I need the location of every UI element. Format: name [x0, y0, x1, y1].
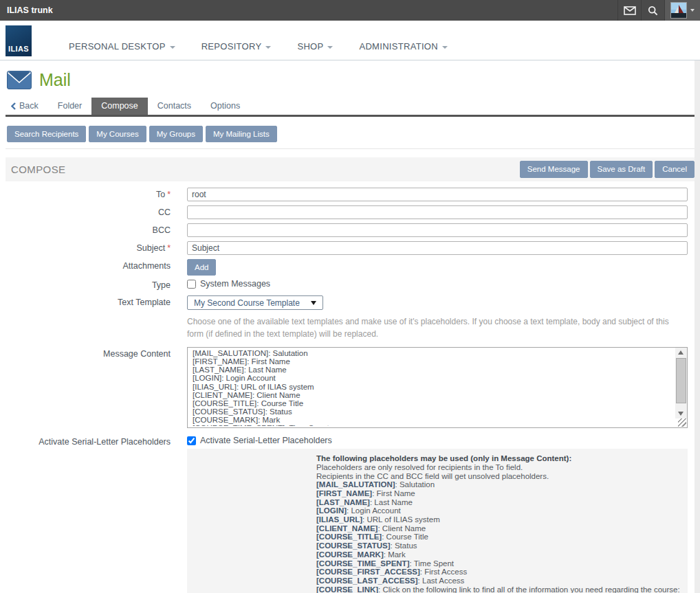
search-icon [648, 5, 658, 16]
chevron-down-icon [690, 9, 694, 12]
message-content-label: Message Content [6, 347, 171, 359]
nav-shop[interactable]: SHOP [297, 41, 333, 52]
text-template-selected-value: My Second Course Template [194, 298, 300, 308]
main-navigation: ILIAS PERSONAL DESKTOP REPOSITORY SHOP A… [0, 21, 700, 60]
tab-options[interactable]: Options [201, 98, 250, 115]
tab-back[interactable]: Back [11, 98, 48, 115]
placeholder-item: [COURSE_STATUS]: Status [316, 541, 681, 550]
my-mailing-lists-button[interactable]: My Mailing Lists [206, 126, 277, 142]
nav-administration[interactable]: ADMINISTRATION [359, 41, 447, 52]
my-groups-button[interactable]: My Groups [149, 126, 203, 142]
bcc-input[interactable] [187, 223, 688, 237]
mail-shortcut-button[interactable] [617, 0, 641, 21]
page-title: Mail [39, 70, 71, 90]
topbar: ILIAS trunk [0, 0, 700, 21]
scroll-down-icon[interactable] [678, 412, 683, 416]
to-input[interactable] [187, 188, 688, 201]
save-as-draft-button[interactable]: Save as Draft [590, 161, 653, 177]
ilias-logo[interactable]: ILIAS [6, 25, 32, 56]
text-template-select[interactable]: My Second Course Template [187, 295, 323, 310]
type-label: Type [6, 278, 171, 290]
scroll-up-icon[interactable] [678, 350, 683, 355]
serial-letter-checkbox[interactable] [187, 436, 196, 445]
placeholder-item: [COURSE_LINK]: Click on the following li… [316, 585, 681, 593]
nav-personal-desktop[interactable]: PERSONAL DESKTOP [69, 41, 175, 52]
placeholder-item: [MAIL_SALUTATION]: Salutation [316, 480, 681, 489]
chevron-down-icon [265, 46, 271, 49]
placeholder-item: [COURSE_FIRST_ACCESS]: First Access [316, 568, 681, 577]
message-content-textarea[interactable]: [MAIL_SALUTATION]: Salutation [FIRST_NAM… [187, 347, 688, 428]
placeholder-item: [COURSE_TIME_SPENT]: Time Spent [316, 559, 681, 568]
tab-folder[interactable]: Folder [48, 98, 91, 115]
placeholder-item: [ILIAS_URL]: URL of ILIAS system [316, 515, 681, 524]
system-messages-checkbox-label: System Messages [200, 279, 270, 289]
cc-input[interactable] [187, 205, 688, 219]
avatar [670, 2, 687, 19]
search-recipients-button[interactable]: Search Recipients [7, 126, 86, 142]
search-button[interactable] [641, 0, 664, 21]
user-menu[interactable] [664, 0, 700, 21]
required-asterisk: * [167, 243, 171, 253]
form-heading: COMPOSE [11, 164, 520, 175]
recipient-toolbar: Search Recipients My Courses My Groups M… [6, 126, 694, 149]
bcc-label: BCC [6, 223, 171, 235]
serial-letter-checkbox-label: Activate Serial-Letter Placeholders [200, 436, 332, 445]
placeholder-info-note: Placeholders are only resolved for recip… [316, 463, 681, 472]
system-messages-checkbox[interactable] [187, 280, 196, 289]
chevron-down-icon [327, 46, 333, 49]
attachments-label: Attachments [6, 259, 171, 271]
chevron-left-icon [11, 102, 16, 110]
required-asterisk: * [167, 190, 171, 199]
tab-contacts[interactable]: Contacts [148, 98, 201, 115]
mail-icon [624, 6, 636, 15]
resize-grip-icon[interactable] [678, 418, 686, 427]
placeholder-item: [LOGIN]: Login Account [316, 506, 681, 515]
add-attachment-button[interactable]: Add [187, 259, 216, 276]
placeholder-item: [FIRST_NAME]: First Name [316, 489, 681, 498]
tab-bar: Back Folder Compose Contacts Options [6, 98, 694, 117]
text-template-label: Text Template [6, 295, 171, 307]
my-courses-button[interactable]: My Courses [89, 126, 146, 142]
mail-module-icon [7, 71, 32, 89]
app-title: ILIAS trunk [0, 0, 617, 21]
chevron-down-icon [311, 301, 316, 305]
form-header: COMPOSE Send Message Save as Draft Cance… [6, 157, 694, 181]
send-message-button[interactable]: Send Message [520, 161, 588, 177]
placeholder-item: [COURSE_LAST_ACCESS]: Last Access [316, 577, 681, 585]
subject-label: Subject* [6, 241, 171, 253]
cc-label: CC [6, 205, 171, 217]
chevron-down-icon [170, 46, 175, 49]
placeholder-info-title: The following placeholders may be used (… [316, 454, 681, 463]
tab-compose[interactable]: Compose [91, 98, 148, 115]
content-area: Mail Back Folder Compose Contacts Option… [0, 60, 694, 593]
placeholder-item: [CLIENT_NAME]: Client Name [316, 524, 681, 533]
cancel-button[interactable]: Cancel [655, 161, 694, 177]
placeholder-item: [LAST_NAME]: Last Name [316, 498, 681, 507]
serial-letter-label: Activate Serial-Letter Placeholders [6, 435, 171, 447]
nav-repository[interactable]: REPOSITORY [201, 41, 272, 52]
text-template-help: Choose one of the available text templat… [187, 315, 688, 340]
placeholder-info-note: Recipients in the CC and BCC field will … [316, 472, 681, 481]
subject-input[interactable] [187, 241, 688, 255]
textarea-scrollbar[interactable] [675, 348, 687, 418]
scrollbar-thumb[interactable] [676, 358, 686, 403]
compose-form: COMPOSE Send Message Save as Draft Cance… [6, 157, 694, 593]
form-body: To* CC BCC Subject* [6, 181, 694, 593]
placeholder-item: [COURSE_MARK]: Mark [316, 550, 681, 559]
page-header: Mail [6, 60, 694, 98]
chevron-down-icon [442, 46, 448, 49]
message-content-text: [MAIL_SALUTATION]: Salutation [FIRST_NAM… [188, 348, 687, 426]
placeholder-item: [COURSE_TITLE]: Course Title [316, 533, 681, 541]
to-label: To* [6, 188, 171, 199]
placeholder-info-box: The following placeholders may be used (… [187, 449, 688, 593]
